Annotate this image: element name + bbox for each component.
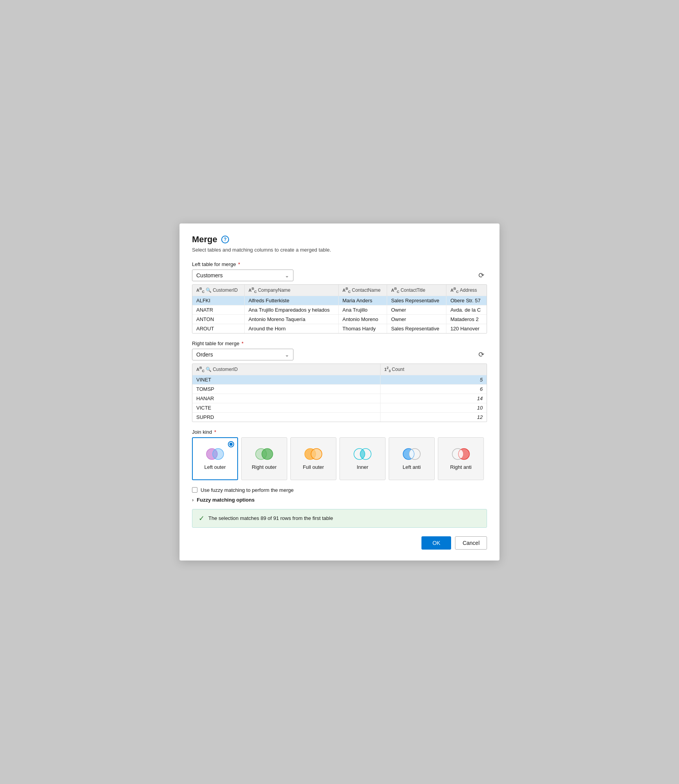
fuzzy-checkbox[interactable] bbox=[192, 487, 197, 493]
right-table-wrapper: ABC 🔍 CustomerID 123 Count VINET5 TOMSP6… bbox=[192, 364, 487, 422]
left-data-table: ABC 🔍 CustomerID ABC CompanyName ABC Con… bbox=[192, 285, 487, 333]
svg-point-3 bbox=[262, 449, 273, 459]
join-card-right-anti[interactable]: Right anti bbox=[438, 437, 484, 480]
join-inner-label: Inner bbox=[357, 464, 368, 470]
left-dropdown-arrow: ⌄ bbox=[285, 273, 289, 278]
table-row[interactable]: AROUTAround the HornThomas HardySales Re… bbox=[192, 324, 487, 333]
success-bar: ✓ The selection matches 89 of 91 rows fr… bbox=[192, 509, 487, 528]
title-row: Merge ? bbox=[192, 234, 487, 245]
left-col-address[interactable]: ABC Address bbox=[446, 285, 487, 296]
table-row[interactable]: TOMSP6 bbox=[192, 384, 487, 394]
right-col-count[interactable]: 123 Count bbox=[380, 364, 487, 375]
join-card-left-anti[interactable]: Left anti bbox=[389, 437, 435, 480]
dialog-subtitle: Select tables and matching columns to cr… bbox=[192, 247, 487, 253]
venn-left-anti bbox=[402, 447, 422, 461]
join-card-inner[interactable]: Inner bbox=[340, 437, 386, 480]
join-left-anti-label: Left anti bbox=[403, 464, 421, 470]
right-col-customerid[interactable]: ABC 🔍 CustomerID bbox=[192, 364, 380, 375]
table-row[interactable]: ANATRAna Trujillo Emparedados y heladosA… bbox=[192, 305, 487, 315]
svg-point-1 bbox=[213, 449, 224, 459]
cancel-button[interactable]: Cancel bbox=[455, 536, 487, 550]
right-data-table: ABC 🔍 CustomerID 123 Count VINET5 TOMSP6… bbox=[192, 364, 487, 422]
left-table-dropdown[interactable]: Customers ⌄ bbox=[192, 270, 293, 281]
join-left-outer-label: Left outer bbox=[204, 464, 226, 470]
svg-point-5 bbox=[311, 449, 322, 459]
right-table-label: Right table for merge * bbox=[192, 341, 487, 346]
fuzzy-chevron-icon: › bbox=[192, 497, 194, 503]
join-card-right-outer[interactable]: Right outer bbox=[241, 437, 287, 480]
left-col-companyname[interactable]: ABC CompanyName bbox=[244, 285, 338, 296]
left-table-dropdown-row: Customers ⌄ ⟳ bbox=[192, 270, 487, 281]
fuzzy-options-label: Fuzzy matching options bbox=[197, 497, 254, 503]
table-row[interactable]: VINET5 bbox=[192, 375, 487, 384]
fuzzy-options-row[interactable]: › Fuzzy matching options bbox=[192, 497, 487, 503]
venn-right-anti bbox=[451, 447, 471, 461]
success-check-icon: ✓ bbox=[199, 514, 204, 523]
left-table-wrapper: ABC 🔍 CustomerID ABC CompanyName ABC Con… bbox=[192, 284, 487, 333]
right-table-dropdown[interactable]: Orders ⌄ bbox=[192, 349, 293, 360]
button-row: OK Cancel bbox=[192, 536, 487, 550]
fuzzy-row: Use fuzzy matching to perform the merge bbox=[192, 487, 487, 493]
join-right-outer-label: Right outer bbox=[252, 464, 277, 470]
left-col-customerid[interactable]: ABC 🔍 CustomerID bbox=[192, 285, 244, 296]
join-right-anti-label: Right anti bbox=[450, 464, 472, 470]
left-col-contactname[interactable]: ABC ContactName bbox=[338, 285, 387, 296]
venn-right-outer bbox=[254, 447, 274, 461]
join-kind-grid: Left outer Right outer Full outer bbox=[192, 437, 487, 480]
table-row[interactable]: SUPRD12 bbox=[192, 412, 487, 422]
venn-inner bbox=[352, 447, 373, 461]
right-table-dropdown-row: Orders ⌄ ⟳ bbox=[192, 349, 487, 360]
right-table-refresh-button[interactable]: ⟳ bbox=[475, 349, 487, 360]
table-row[interactable]: HANAR14 bbox=[192, 394, 487, 403]
help-icon[interactable]: ? bbox=[221, 236, 229, 243]
table-row[interactable]: ANTONAntonio Moreno TaqueríaAntonio More… bbox=[192, 315, 487, 324]
dialog-title: Merge bbox=[192, 234, 217, 245]
join-card-full-outer[interactable]: Full outer bbox=[290, 437, 336, 480]
right-dropdown-arrow: ⌄ bbox=[285, 352, 289, 358]
ok-button[interactable]: OK bbox=[421, 536, 451, 550]
join-kind-label: Join kind * bbox=[192, 429, 487, 435]
success-message: The selection matches 89 of 91 rows from… bbox=[208, 515, 333, 521]
left-table-refresh-button[interactable]: ⟳ bbox=[475, 270, 487, 281]
radio-left-outer bbox=[228, 441, 234, 447]
venn-full-outer bbox=[303, 447, 324, 461]
venn-left-outer bbox=[205, 447, 225, 461]
fuzzy-label: Use fuzzy matching to perform the merge bbox=[201, 487, 293, 493]
merge-dialog: Merge ? Select tables and matching colum… bbox=[180, 223, 499, 561]
table-row[interactable]: VICTE10 bbox=[192, 403, 487, 412]
left-table-label: Left table for merge * bbox=[192, 261, 487, 267]
left-col-contacttitle[interactable]: ABC ContactTitle bbox=[387, 285, 446, 296]
join-card-left-outer[interactable]: Left outer bbox=[192, 437, 238, 480]
table-row[interactable]: ALFKIAlfreds FutterkisteMaria AndersSale… bbox=[192, 296, 487, 305]
join-full-outer-label: Full outer bbox=[303, 464, 324, 470]
